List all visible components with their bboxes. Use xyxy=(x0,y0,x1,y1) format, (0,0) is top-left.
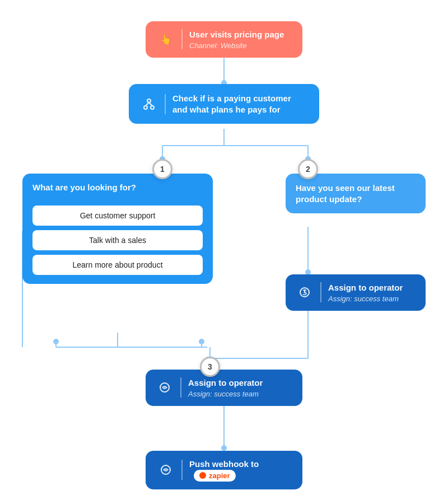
product-update-node: Have you seen our latest product update? xyxy=(286,174,426,213)
trigger-text: User visits pricing page Channel: Websit… xyxy=(189,29,291,50)
question-options: Get customer support Talk with a sales L… xyxy=(32,206,203,275)
branch-circle-3: 3 xyxy=(200,357,220,377)
option-product[interactable]: Learn more about product xyxy=(32,255,203,275)
condition-icon xyxy=(140,95,158,113)
condition-title: Check if is a paying customer and what p… xyxy=(172,93,308,115)
assign-center-title: Assign to operator xyxy=(188,377,292,389)
trigger-subtitle: Channel: Website xyxy=(189,41,291,50)
webhook-divider xyxy=(181,460,183,480)
condition-node: Check if is a paying customer and what p… xyxy=(129,84,319,124)
svg-point-42 xyxy=(165,469,167,471)
assign-right-subtitle: Assign: success team xyxy=(328,295,416,303)
assign-right-text: Assign to operator Assign: success team xyxy=(328,282,416,303)
webhook-icon xyxy=(157,461,175,479)
svg-point-27 xyxy=(221,445,227,451)
trigger-node: 👆 User visits pricing page Channel: Webs… xyxy=(146,21,302,58)
assign-center-text: Assign to operator Assign: success team xyxy=(188,377,292,398)
zapier-badge: zapier xyxy=(194,470,236,482)
assign-center-node: Assign to operator Assign: success team xyxy=(146,370,302,406)
assign-center-subtitle: Assign: success team xyxy=(188,390,292,398)
question-node: What are you looking for? Get customer s… xyxy=(22,174,213,284)
zapier-label: zapier xyxy=(209,471,230,480)
svg-point-19 xyxy=(199,339,204,344)
svg-point-34 xyxy=(151,106,154,109)
svg-line-35 xyxy=(146,102,149,106)
trigger-icon: 👆 xyxy=(157,30,175,48)
zapier-dot xyxy=(199,472,206,479)
flowchart: 👆 User visits pricing page Channel: Webs… xyxy=(11,11,437,482)
assign-right-divider xyxy=(320,282,321,302)
svg-point-32 xyxy=(147,99,151,102)
svg-point-40 xyxy=(164,386,166,389)
trigger-title: User visits pricing page xyxy=(189,29,291,40)
assign-right-title: Assign to operator xyxy=(328,282,416,293)
option-support[interactable]: Get customer support xyxy=(32,206,203,226)
branch-circle-2: 2 xyxy=(298,159,318,179)
option-sales[interactable]: Talk with a sales xyxy=(32,230,203,250)
assign-center-divider xyxy=(180,377,181,398)
svg-line-36 xyxy=(149,102,152,106)
webhook-title: Push webhook to xyxy=(189,459,259,469)
condition-divider xyxy=(165,94,166,114)
assign-right-node: Assign to operator Assign: success team xyxy=(286,274,426,311)
trigger-divider xyxy=(181,29,183,49)
svg-point-17 xyxy=(53,339,59,344)
product-update-title: Have you seen our latest product update? xyxy=(296,183,416,204)
webhook-text: Push webhook to zapier xyxy=(189,459,291,482)
webhook-node: Push webhook to zapier xyxy=(146,451,302,489)
assign-center-icon xyxy=(156,379,174,396)
svg-point-38 xyxy=(304,291,306,293)
assign-right-icon xyxy=(296,283,314,301)
condition-text: Check if is a paying customer and what p… xyxy=(172,93,308,115)
branch-circle-1: 1 xyxy=(152,159,172,179)
product-update-text: Have you seen our latest product update? xyxy=(296,183,416,204)
question-label: What are you looking for? xyxy=(32,183,136,192)
svg-point-33 xyxy=(144,106,147,109)
